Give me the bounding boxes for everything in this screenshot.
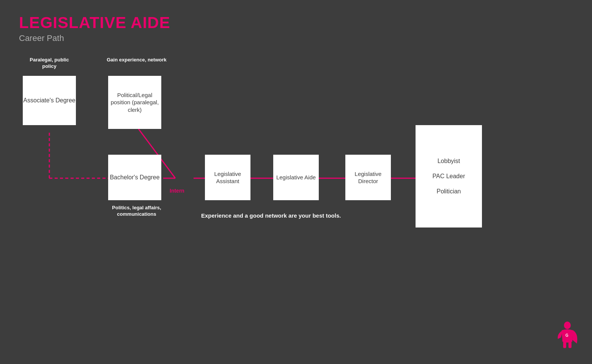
page-subtitle: Career Path [19, 33, 573, 43]
brand-icon: G [554, 321, 581, 351]
logo-area: G [554, 321, 581, 353]
experience-note: Experience and a good network are your b… [201, 212, 341, 219]
label-intern: Intern [170, 188, 184, 194]
box-legislative-aide: Legislative Aide [273, 155, 319, 200]
diagram-area: Paralegal, public policy Associate's Deg… [0, 53, 592, 318]
outcome-politician: Politician [436, 187, 461, 196]
label-paralegal: Paralegal, public policy [23, 57, 76, 70]
svg-rect-10 [568, 341, 572, 348]
box-bachelors: Bachelor's Degree [108, 155, 161, 200]
box-legislative-assistant: Legislative Assistant [205, 155, 250, 200]
outcome-lobbyist: Lobbyist [438, 157, 460, 166]
page-title: LEGISLATIVE AIDE [19, 14, 573, 32]
box-political-legal: Political/Legal position (paralegal, cle… [108, 76, 161, 129]
svg-text:G: G [565, 333, 568, 337]
box-associates: Associate's Degree [23, 76, 76, 125]
svg-rect-9 [563, 341, 566, 348]
header: LEGISLATIVE AIDE Career Path [0, 0, 592, 43]
box-legislative-director: Legislative Director [345, 155, 391, 200]
svg-point-8 [564, 322, 571, 329]
outcome-box: Lobbyist PAC Leader Politician [416, 125, 482, 228]
label-gain-experience: Gain experience, network [106, 57, 167, 63]
label-politics: Politics, legal affairs, communications [106, 205, 167, 218]
outcome-pac-leader: PAC Leader [433, 172, 465, 181]
